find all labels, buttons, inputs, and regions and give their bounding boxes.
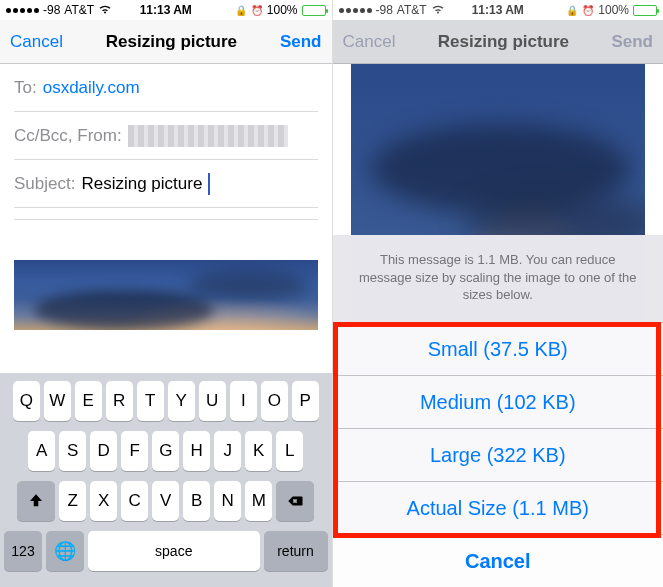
status-bar: -98 AT&T 11:13 AM 🔒 ⏰ 100%: [0, 0, 332, 20]
alarm-icon: ⏰: [582, 5, 594, 16]
globe-key[interactable]: 🌐: [46, 531, 84, 571]
sheet-cancel-button[interactable]: Cancel: [333, 534, 664, 587]
return-key[interactable]: return: [264, 531, 328, 571]
from-value-redacted: [128, 125, 288, 147]
resize-sheet-screen: -98 AT&T 11:13 AM 🔒 ⏰ 100% Cancel Resizi…: [332, 0, 664, 587]
keyboard-row-2: A S D F G H J K L: [4, 431, 328, 471]
sheet-message: This message is 1.1 MB. You can reduce m…: [333, 235, 664, 322]
lock-icon: 🔒: [235, 5, 247, 16]
cancel-button: Cancel: [343, 32, 396, 52]
key-e[interactable]: E: [75, 381, 102, 421]
attachment-area: [0, 260, 332, 330]
size-option-small[interactable]: Small (37.5 KB): [333, 322, 664, 375]
key-d[interactable]: D: [90, 431, 117, 471]
key-g[interactable]: G: [152, 431, 179, 471]
to-field[interactable]: To: osxdaily.com: [14, 64, 318, 112]
key-x[interactable]: X: [90, 481, 117, 521]
shift-icon: [27, 492, 45, 510]
key-j[interactable]: J: [214, 431, 241, 471]
to-value: osxdaily.com: [43, 78, 140, 98]
shift-key[interactable]: [17, 481, 55, 521]
cc-bcc-from-field[interactable]: Cc/Bcc, From:: [14, 112, 318, 160]
compose-nav-bar-dimmed: Cancel Resizing picture Send: [333, 20, 664, 64]
key-f[interactable]: F: [121, 431, 148, 471]
battery-icon: [633, 5, 657, 16]
backspace-icon: [286, 492, 304, 510]
key-q[interactable]: Q: [13, 381, 40, 421]
space-key[interactable]: space: [88, 531, 260, 571]
key-b[interactable]: B: [183, 481, 210, 521]
key-z[interactable]: Z: [59, 481, 86, 521]
cancel-button[interactable]: Cancel: [10, 32, 63, 52]
keyboard-row-3: Z X C V B N M: [4, 481, 328, 521]
key-r[interactable]: R: [106, 381, 133, 421]
key-v[interactable]: V: [152, 481, 179, 521]
size-option-actual[interactable]: Actual Size (1.1 MB): [333, 481, 664, 534]
size-option-large[interactable]: Large (322 KB): [333, 428, 664, 481]
wifi-icon: [98, 3, 112, 17]
status-bar: -98 AT&T 11:13 AM 🔒 ⏰ 100%: [333, 0, 664, 20]
key-u[interactable]: U: [199, 381, 226, 421]
send-button[interactable]: Send: [280, 32, 322, 52]
key-l[interactable]: L: [276, 431, 303, 471]
compose-fields: To: osxdaily.com Cc/Bcc, From: Subject: …: [0, 64, 332, 220]
battery-pct: 100%: [598, 3, 629, 17]
globe-icon: 🌐: [54, 540, 76, 562]
key-y[interactable]: Y: [168, 381, 195, 421]
subject-label: Subject:: [14, 174, 75, 194]
backspace-key[interactable]: [276, 481, 314, 521]
key-i[interactable]: I: [230, 381, 257, 421]
resize-action-sheet: This message is 1.1 MB. You can reduce m…: [333, 235, 664, 587]
keyboard-row-1: Q W E R T Y U I O P: [4, 381, 328, 421]
size-option-medium[interactable]: Medium (102 KB): [333, 375, 664, 428]
key-h[interactable]: H: [183, 431, 210, 471]
attached-image-preview[interactable]: [14, 260, 318, 330]
key-o[interactable]: O: [261, 381, 288, 421]
key-w[interactable]: W: [44, 381, 71, 421]
compose-nav-bar: Cancel Resizing picture Send: [0, 20, 332, 64]
to-label: To:: [14, 78, 37, 98]
keyboard: Q W E R T Y U I O P A S D F G H J K L: [0, 373, 332, 587]
wifi-icon: [431, 3, 445, 17]
key-n[interactable]: N: [214, 481, 241, 521]
key-m[interactable]: M: [245, 481, 272, 521]
nav-title: Resizing picture: [63, 32, 280, 52]
key-s[interactable]: S: [59, 431, 86, 471]
compose-screen: -98 AT&T 11:13 AM 🔒 ⏰ 100% Cancel Resizi…: [0, 0, 332, 587]
key-a[interactable]: A: [28, 431, 55, 471]
lock-icon: 🔒: [566, 5, 578, 16]
key-c[interactable]: C: [121, 481, 148, 521]
signal-icon: [6, 8, 39, 13]
signal-strength: -98: [376, 3, 393, 17]
alarm-icon: ⏰: [251, 5, 263, 16]
send-button: Send: [611, 32, 653, 52]
subject-value: Resizing picture: [81, 174, 202, 194]
numbers-key[interactable]: 123: [4, 531, 42, 571]
cc-label: Cc/Bcc, From:: [14, 126, 122, 146]
keyboard-row-4: 123 🌐 space return: [4, 531, 328, 571]
carrier-label: AT&T: [397, 3, 427, 17]
key-t[interactable]: T: [137, 381, 164, 421]
carrier-label: AT&T: [64, 3, 94, 17]
key-p[interactable]: P: [292, 381, 319, 421]
subject-field[interactable]: Subject: Resizing picture: [14, 160, 318, 208]
key-k[interactable]: K: [245, 431, 272, 471]
battery-icon: [302, 5, 326, 16]
text-caret: [208, 173, 210, 195]
signal-icon: [339, 8, 372, 13]
signal-strength: -98: [43, 3, 60, 17]
battery-pct: 100%: [267, 3, 298, 17]
nav-title: Resizing picture: [395, 32, 611, 52]
